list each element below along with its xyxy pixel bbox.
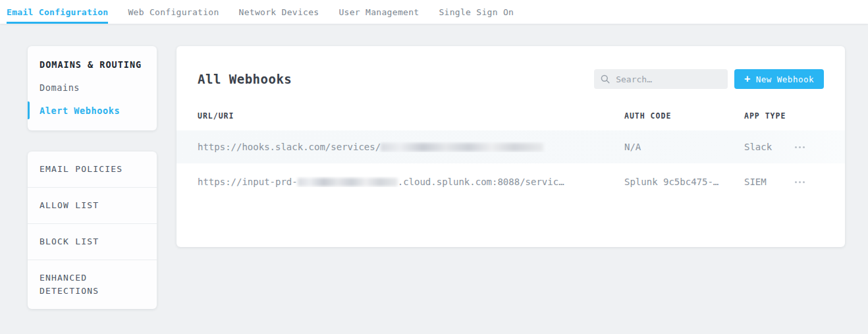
table-row: https://hooks.slack.com/services/ N/A Sl… [176,130,845,163]
sidebar-item-label: ALLOW LIST [40,200,99,210]
url-text: https://hooks.slack.com/services/ [198,142,381,152]
sidebar-item-label: ENHANCED DETECTIONS [40,273,99,296]
redacted-url-segment [298,178,398,186]
tab-network-devices[interactable]: Network Devices [239,0,319,24]
table-header-row: URL/URI AUTH CODE APP TYPE [176,101,845,130]
sidebar: DOMAINS & ROUTING Domains Alert Webhooks… [28,46,157,309]
tab-web-configuration[interactable]: Web Configuration [128,0,219,24]
tab-label: Web Configuration [128,7,219,17]
auth-code-cell: Splunk 9c5bc475-… [624,177,744,187]
new-webhook-button[interactable]: + New Webhook [734,69,824,89]
webhook-url-cell: https://hooks.slack.com/services/ [198,142,624,152]
domains-routing-heading: DOMAINS & ROUTING [28,59,157,70]
new-webhook-label: New Webhook [756,74,814,84]
sidebar-item-email-policies[interactable]: EMAIL POLICIES [28,152,157,187]
sidebar-item-alert-webhooks[interactable]: Alert Webhooks [28,105,157,116]
tab-single-sign-on[interactable]: Single Sign On [439,0,514,24]
auth-code-cell: N/A [624,142,744,152]
top-tab-bar: Email Configuration Web Configuration Ne… [0,0,868,24]
column-header-url: URL/URI [198,111,624,121]
tab-label: Single Sign On [439,7,514,17]
row-menu-button[interactable] [795,146,808,148]
tab-label: Email Configuration [7,7,108,17]
sidebar-item-label: Domains [40,82,80,93]
sidebar-item-label: EMAIL POLICIES [40,164,122,174]
url-text: .cloud.splunk.com:8088/servic… [398,177,564,187]
webhooks-panel: All Webhooks + New Webhook URL/URI AUTH … [176,46,845,247]
row-menu-button[interactable] [795,181,808,183]
tab-label: User Management [339,7,419,17]
search-input[interactable] [616,74,721,84]
sidebar-item-label: BLOCK LIST [40,237,99,246]
app-type-cell: Slack [744,142,795,152]
search-icon [601,74,610,84]
url-text: https://input-prd- [198,177,298,187]
column-header-auth-code: AUTH CODE [624,111,744,121]
page-title: All Webhooks [198,72,594,86]
domains-routing-card: DOMAINS & ROUTING Domains Alert Webhooks [28,46,157,130]
app-type-cell: SIEM [744,177,795,187]
table-row: https://input-prd-.cloud.splunk.com:8088… [176,163,845,200]
sidebar-item-domains[interactable]: Domains [28,82,157,93]
tab-user-management[interactable]: User Management [339,0,419,24]
webhook-url-cell: https://input-prd-.cloud.splunk.com:8088… [198,177,624,187]
search-box [594,69,728,89]
sidebar-item-label: Alert Webhooks [40,105,120,116]
column-header-app-type: APP TYPE [744,111,795,121]
page-content: DOMAINS & ROUTING Domains Alert Webhooks… [0,24,868,309]
tab-email-configuration[interactable]: Email Configuration [7,0,108,24]
redacted-url-segment [381,143,543,152]
plus-icon: + [744,73,751,85]
sidebar-item-block-list[interactable]: BLOCK LIST [28,223,157,260]
sidebar-item-allow-list[interactable]: ALLOW LIST [28,187,157,223]
panel-header: All Webhooks + New Webhook [176,46,845,89]
sidebar-sections-card: EMAIL POLICIES ALLOW LIST BLOCK LIST ENH… [28,152,157,309]
tab-label: Network Devices [239,7,319,17]
sidebar-item-enhanced-detections[interactable]: ENHANCED DETECTIONS [28,260,157,309]
